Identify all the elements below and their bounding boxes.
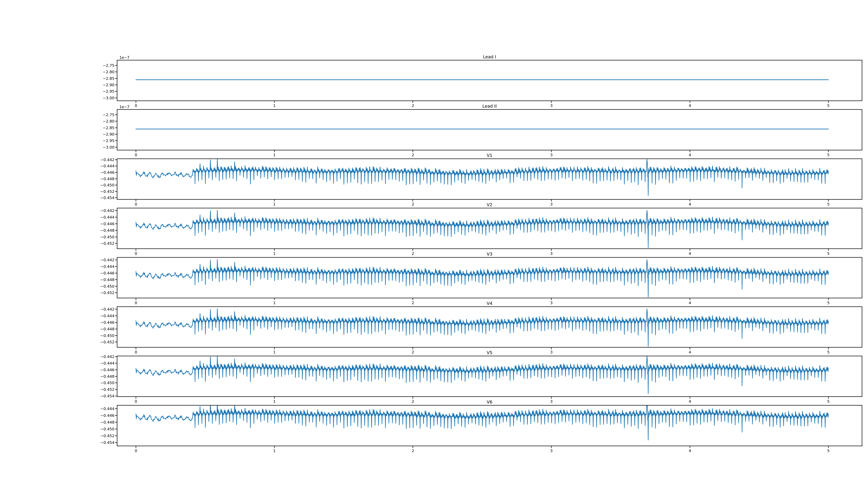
- x-tick-mark: [413, 446, 413, 448]
- y-tick-label: −2.80: [103, 70, 114, 74]
- y-tick-label: −0.450: [100, 333, 114, 338]
- plot-area: V6 −0.444−0.446−0.448−0.450−0.452−0.4540…: [117, 405, 862, 446]
- y-tick-label: −0.448: [100, 374, 114, 378]
- y-tick-mark: [115, 121, 117, 122]
- y-tick-label: −0.452: [100, 291, 114, 295]
- y-tick-label: −2.90: [103, 83, 114, 87]
- y-tick-label: −0.444: [100, 215, 114, 219]
- y-tick-label: −0.442: [100, 354, 114, 359]
- subplot-v2: V2 −0.442−0.444−0.446−0.448−0.450−0.4520…: [117, 208, 862, 249]
- y-tick-label: −0.448: [100, 177, 114, 181]
- y-tick-label: −2.75: [103, 113, 114, 117]
- x-tick-mark: [136, 397, 136, 399]
- x-tick-mark: [413, 298, 413, 300]
- x-tick-mark: [551, 446, 552, 448]
- x-tick-mark: [551, 101, 552, 103]
- x-tick-mark: [413, 249, 413, 251]
- plot-area: V3 −0.442−0.444−0.446−0.448−0.450−0.4520…: [117, 257, 862, 298]
- y-tick-mark: [115, 370, 117, 370]
- y-tick-mark: [115, 237, 117, 237]
- y-tick-mark: [115, 166, 117, 166]
- x-tick-mark: [551, 397, 552, 399]
- y-tick-mark: [115, 396, 117, 396]
- y-tick-label: −0.450: [100, 235, 114, 239]
- x-tick-mark: [689, 200, 690, 201]
- x-tick-label: 3: [550, 448, 552, 453]
- y-tick-label: −0.450: [100, 284, 114, 288]
- x-tick-label: 5: [827, 448, 830, 453]
- y-tick-mark: [115, 127, 117, 128]
- subplot-title: Lead II: [117, 104, 862, 109]
- x-tick-mark: [413, 200, 413, 201]
- ecg-trace-canvas: [117, 258, 862, 298]
- y-tick-mark: [115, 172, 117, 173]
- y-tick-mark: [115, 185, 117, 185]
- y-tick-label: −2.75: [103, 64, 114, 68]
- y-tick-label: −0.452: [100, 433, 114, 438]
- subplot-v3: V3 −0.442−0.444−0.446−0.448−0.450−0.4520…: [117, 257, 862, 298]
- y-tick-mark: [115, 230, 117, 230]
- y-tick-mark: [115, 309, 117, 309]
- y-tick-label: −3.00: [103, 96, 114, 100]
- y-tick-mark: [115, 72, 117, 72]
- x-tick-label: 4: [689, 448, 691, 453]
- y-tick-label: −2.95: [103, 89, 114, 93]
- y-tick-mark: [115, 91, 117, 92]
- y-tick-mark: [115, 422, 117, 423]
- ecg-trace-canvas: [117, 159, 862, 199]
- y-tick-label: −0.452: [100, 241, 114, 246]
- y-tick-mark: [115, 376, 117, 377]
- y-tick-label: −3.00: [103, 145, 114, 149]
- signal-trace-canvas: [117, 110, 862, 150]
- x-tick-mark: [828, 298, 829, 300]
- x-tick-mark: [274, 150, 275, 152]
- x-tick-label: 2: [412, 448, 414, 453]
- y-tick-label: −2.85: [103, 126, 114, 130]
- y-tick-mark: [115, 211, 117, 211]
- y-tick-mark: [115, 415, 117, 416]
- y-tick-label: −0.454: [100, 440, 114, 445]
- y-tick-mark: [115, 224, 117, 224]
- x-tick-mark: [551, 249, 552, 251]
- subplot-title: V1: [117, 153, 862, 158]
- subplot-lead-ii: Lead II 1e−7 −2.75−2.80−2.85−2.90−2.95−3…: [117, 109, 862, 150]
- y-tick-mark: [115, 383, 117, 383]
- subplot-title: Lead I: [117, 55, 862, 59]
- x-tick-label: 1: [273, 448, 276, 453]
- plot-area: V2 −0.442−0.444−0.446−0.448−0.450−0.4520…: [117, 208, 862, 249]
- y-tick-label: −0.446: [100, 170, 114, 175]
- y-tick-label: −0.444: [100, 164, 114, 168]
- y-tick-mark: [115, 140, 117, 141]
- x-tick-mark: [689, 150, 690, 152]
- subplot-title: V5: [117, 350, 862, 355]
- y-tick-label: −0.442: [100, 258, 114, 262]
- y-tick-mark: [115, 429, 117, 429]
- x-tick-mark: [413, 348, 413, 349]
- x-tick-mark: [274, 348, 275, 349]
- x-tick-mark: [136, 150, 136, 152]
- ecg-trace-canvas: [117, 208, 862, 248]
- y-tick-mark: [115, 409, 117, 409]
- x-tick-mark: [828, 101, 829, 103]
- ecg-trace-canvas: [117, 406, 862, 446]
- y-tick-label: −0.446: [100, 367, 114, 372]
- x-tick-mark: [136, 200, 136, 201]
- y-tick-mark: [115, 65, 117, 66]
- y-tick-label: −0.454: [100, 394, 114, 398]
- x-tick-mark: [551, 150, 552, 152]
- y-tick-mark: [115, 78, 117, 79]
- y-tick-mark: [115, 389, 117, 390]
- y-tick-mark: [115, 273, 117, 273]
- y-tick-label: −0.450: [100, 183, 114, 187]
- y-tick-label: −2.90: [103, 132, 114, 136]
- y-tick-mark: [115, 243, 117, 244]
- y-tick-mark: [115, 266, 117, 267]
- y-tick-mark: [115, 85, 117, 85]
- x-tick-mark: [689, 446, 690, 448]
- y-tick-mark: [115, 98, 117, 98]
- y-tick-label: −0.448: [100, 228, 114, 232]
- x-tick-mark: [551, 348, 552, 349]
- x-tick-mark: [413, 397, 413, 399]
- y-tick-mark: [115, 286, 117, 286]
- x-tick-mark: [274, 249, 275, 251]
